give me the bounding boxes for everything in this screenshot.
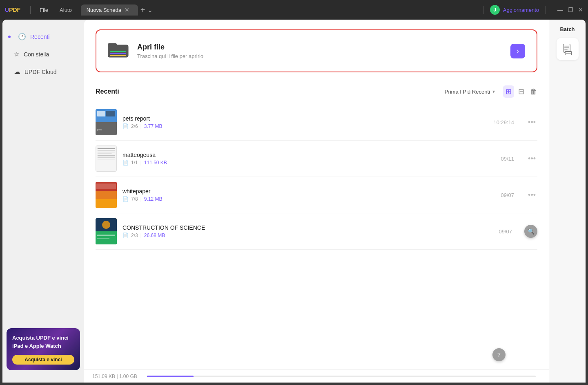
minimize-button[interactable]: — <box>557 7 563 13</box>
file-pages-pets: 2/6 <box>131 123 138 129</box>
open-file-card[interactable]: Apri file Trascina qui il file per aprir… <box>96 29 537 72</box>
open-file-arrow-button[interactable]: › <box>510 44 525 58</box>
close-button[interactable]: ✕ <box>578 7 583 13</box>
construction-actions: 🔍 <box>524 225 537 238</box>
file-date-matteo: 09/11 <box>501 156 514 162</box>
tab-add-icon[interactable]: + <box>140 6 145 14</box>
svg-rect-1 <box>108 43 117 47</box>
page-icon-whitepaper: 📄 <box>122 196 129 202</box>
file-info-whitepaper: whitepaper 📄 7/8 | 9.12 MB <box>122 188 495 202</box>
file-info-construction: CONSTRUCTION OF SCIENCE 📄 2/3 | 26.68 MB <box>122 224 493 238</box>
sort-label: Prima I Più Recenti <box>445 89 490 95</box>
file-more-button-pets[interactable]: ••• <box>526 116 537 128</box>
svg-rect-14 <box>98 154 112 154</box>
file-more-button-matteo[interactable]: ••• <box>526 153 537 165</box>
update-button[interactable]: Aggiornamento <box>503 7 539 13</box>
status-size: 151.09 KB | 1.00 GB <box>92 374 137 379</box>
menu-help[interactable]: Aiuto <box>57 5 74 15</box>
file-size-matteo: 111.50 KB <box>144 160 167 166</box>
help-icon[interactable]: ? <box>492 348 506 361</box>
page-icon: 📄 <box>122 123 129 129</box>
svg-rect-27 <box>97 238 109 239</box>
svg-rect-34 <box>566 53 571 54</box>
file-thumb-construction <box>96 218 117 244</box>
dropdown-arrow-icon: ▾ <box>492 89 495 94</box>
file-pages-whitepaper: 7/8 <box>131 196 138 202</box>
svg-rect-16 <box>98 157 115 158</box>
svg-rect-26 <box>97 235 115 236</box>
svg-point-25 <box>102 221 110 229</box>
tab-close-icon[interactable]: ✕ <box>125 7 129 13</box>
file-size-construction: 26.68 MB <box>144 233 165 238</box>
svg-rect-15 <box>98 155 115 156</box>
svg-rect-11 <box>98 148 115 149</box>
grid-view-button[interactable]: ⊞ <box>503 85 514 98</box>
main-container: 🕐 Recenti ☆ Con stella ☁ UPDF Cloud Acqu… <box>2 20 586 383</box>
file-info-pets: pets report 📄 2/6 | 3.77 MB <box>122 115 488 129</box>
batch-process-button[interactable] <box>557 38 579 60</box>
svg-rect-7 <box>97 111 105 116</box>
sidebar-label-recenti: Recenti <box>30 34 49 40</box>
cloud-icon: ☁ <box>14 68 20 76</box>
update-label: Aggiornamento <box>503 7 539 13</box>
recenti-header: Recenti Prima I Più Recenti ▾ ⊞ ⊟ 🗑 <box>96 85 537 98</box>
tab-dropdown-icon[interactable]: ⌄ <box>147 6 153 14</box>
help-button[interactable]: ? <box>492 348 506 361</box>
status-progress-bar <box>147 376 536 377</box>
open-file-subtitle: Trascina qui il file per aprirlo <box>137 53 203 59</box>
file-meta-matteo: 📄 1/1 | 111.50 KB <box>122 160 495 166</box>
file-date-construction: 09/07 <box>499 228 512 235</box>
active-dot <box>8 36 11 38</box>
search-button-construction[interactable]: 🔍 <box>524 225 537 238</box>
maximize-button[interactable]: ❐ <box>568 7 573 13</box>
svg-rect-10 <box>96 146 116 171</box>
menu-file[interactable]: File <box>37 5 51 15</box>
sidebar-item-con-stella[interactable]: ☆ Con stella <box>6 46 81 62</box>
delete-all-button[interactable]: 🗑 <box>530 87 537 96</box>
file-item-whitepaper[interactable]: whitepaper 📄 7/8 | 9.12 MB 09/07 ••• <box>96 177 537 213</box>
file-thumb-pets: pets <box>96 109 117 135</box>
file-item-construction[interactable]: CONSTRUCTION OF SCIENCE 📄 2/3 | 26.68 MB… <box>96 213 537 250</box>
file-date-whitepaper: 09/07 <box>501 192 514 198</box>
svg-rect-12 <box>98 150 115 151</box>
svg-rect-3 <box>110 53 126 54</box>
svg-rect-19 <box>96 191 117 199</box>
file-name-whitepaper: whitepaper <box>122 188 495 195</box>
file-item-matteogeusa[interactable]: matteogeusa 📄 1/1 | 111.50 KB 09/11 ••• <box>96 141 537 177</box>
sidebar-label-con-stella: Con stella <box>24 51 49 58</box>
sort-dropdown[interactable]: Prima I Più Recenti ▾ <box>445 89 495 95</box>
file-size-whitepaper: 9.12 MB <box>144 196 163 202</box>
list-view-button[interactable]: ⊟ <box>516 85 527 98</box>
tab-label: Nuova Scheda <box>87 7 121 13</box>
divider-2 <box>483 6 483 14</box>
promo-title: Acquista UPDF e vinci iPad e Apple Watch <box>12 334 74 350</box>
svg-rect-31 <box>564 47 569 48</box>
sidebar-item-updf-cloud[interactable]: ☁ UPDF Cloud <box>6 64 81 80</box>
svg-rect-20 <box>96 199 117 208</box>
sidebar-item-recenti[interactable]: 🕐 Recenti <box>6 29 81 45</box>
sidebar: 🕐 Recenti ☆ Con stella ☁ UPDF Cloud Acqu… <box>2 20 84 383</box>
right-panel: Batch <box>549 20 586 383</box>
star-icon: ☆ <box>14 50 20 58</box>
svg-rect-13 <box>98 152 115 152</box>
recenti-title: Recenti <box>96 88 119 95</box>
svg-rect-21 <box>96 184 116 189</box>
active-tab[interactable]: Nuova Scheda ✕ <box>81 4 138 16</box>
file-item-pets-report[interactable]: pets pets report 📄 2/6 | 3.77 MB 10:29:1… <box>96 104 537 141</box>
window-controls: — ❐ ✕ <box>557 7 583 13</box>
svg-text:pets: pets <box>97 128 102 131</box>
progress-fill <box>147 376 194 377</box>
avatar: J <box>490 5 500 15</box>
batch-title: Batch <box>560 26 575 32</box>
folder-icon <box>108 40 129 62</box>
promo-banner[interactable]: Acquista UPDF e vinci iPad e Apple Watch… <box>7 328 80 370</box>
logo-text: UPDF <box>5 7 20 13</box>
titlebar-right: J Aggiornamento — ❐ ✕ <box>480 5 583 15</box>
tab-area: Nuova Scheda ✕ + ⌄ <box>81 4 477 16</box>
status-bar: 151.09 KB | 1.00 GB <box>84 369 549 383</box>
file-more-button-whitepaper[interactable]: ••• <box>526 189 537 201</box>
svg-rect-30 <box>564 46 569 47</box>
promo-button[interactable]: Acquista e vinci <box>12 355 74 365</box>
file-meta-whitepaper: 📄 7/8 | 9.12 MB <box>122 196 495 202</box>
file-meta-pets: 📄 2/6 | 3.77 MB <box>122 123 488 129</box>
